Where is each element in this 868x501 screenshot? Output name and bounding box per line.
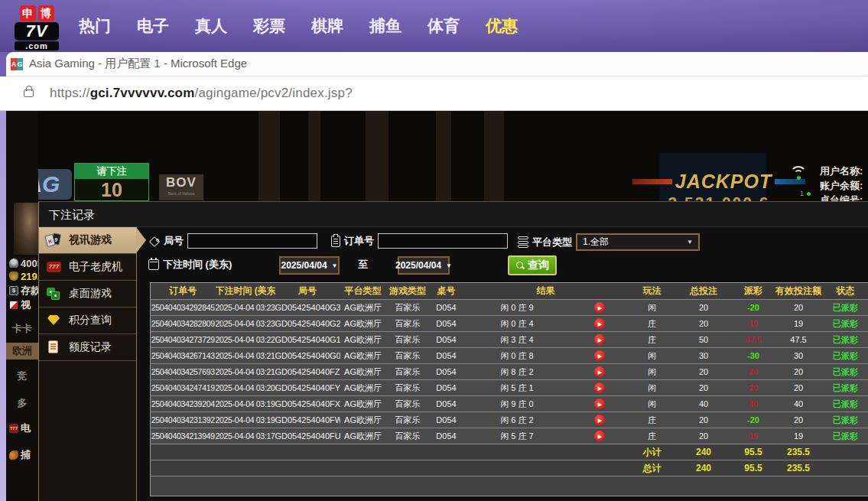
nav-item[interactable]: 彩票 — [253, 15, 285, 37]
table-row: 2504040342313922025-04-04 03:19:13GD0542… — [151, 412, 868, 428]
sidebar-item[interactable]: 777电子老虎机 — [39, 254, 136, 281]
chevron-down-icon: ▼ — [446, 262, 452, 269]
jackpot-bar-left — [632, 179, 672, 184]
sidebar-item-label: 视讯游戏 — [69, 233, 112, 247]
round-input[interactable] — [187, 233, 317, 249]
replay-button[interactable]: ▶ — [594, 334, 605, 345]
grand-total-row: 总计24095.5235.5 — [151, 460, 868, 477]
date-to-picker[interactable]: 2025/04/04 ▼ — [398, 256, 450, 275]
table-row: 2504040342828092025-04-04 03:23:03GD0542… — [151, 316, 868, 332]
background-pillar — [258, 111, 280, 207]
lock-icon[interactable] — [24, 89, 34, 97]
browser-titlebar[interactable]: A G Asia Gaming - 用户配置 1 - Microsoft Edg… — [6, 52, 868, 76]
column-header: 订单号 — [151, 283, 216, 300]
dealer-avatar — [14, 203, 38, 255]
fish-icon — [9, 451, 18, 460]
column-header: 下注时间 (美东) — [216, 283, 275, 300]
to-label: 至 — [358, 258, 368, 272]
lobby-strip-item[interactable]: 777电 — [6, 421, 38, 435]
column-header: 游戏类型 — [386, 283, 430, 300]
lobby-strip-item[interactable]: 捕 — [6, 448, 38, 462]
platform-stack-icon — [518, 236, 528, 248]
background-pillar — [436, 111, 451, 207]
nav-item[interactable]: 真人 — [195, 15, 227, 37]
round-label: 局号 — [164, 234, 184, 248]
column-header: 玩法 — [629, 283, 676, 300]
records-table: 订单号下注时间 (美东)局号平台类型游戏类型桌号结果玩法总投注派彩有效投注额状态… — [150, 282, 868, 496]
sidebar-item[interactable]: 桌面游戏 — [39, 281, 136, 307]
play-icon: ▶ — [598, 353, 602, 359]
order-input[interactable] — [378, 233, 508, 249]
replay-button[interactable]: ▶ — [594, 382, 605, 393]
background-pillar — [308, 111, 320, 207]
replay-button[interactable]: ▶ — [594, 318, 605, 329]
window-edge — [0, 111, 6, 501]
date-from-picker[interactable]: 2025/04/04 ▼ — [279, 256, 340, 275]
replay-button[interactable]: ▶ — [594, 431, 605, 441]
column-header: 状态 — [822, 283, 868, 300]
replay-button[interactable]: ▶ — [594, 302, 605, 313]
minicards-icon — [9, 301, 18, 310]
logo-badge-left: 申 — [20, 5, 36, 21]
lobby-strip-item[interactable]: 竞 — [6, 369, 38, 383]
lobby-strip-item[interactable]: 视 — [6, 298, 38, 312]
play-icon: ▶ — [598, 337, 602, 343]
column-header: 总投注 — [676, 283, 732, 300]
lobby-strip-item[interactable]: $存款 — [6, 284, 38, 298]
user-info-label: 账户余额: — [820, 178, 863, 193]
play-icon: ▶ — [598, 418, 602, 423]
lobby-strip-item[interactable]: 219. — [6, 269, 38, 283]
search-icon — [515, 261, 525, 270]
chevron-down-icon: ▼ — [332, 262, 338, 269]
quota-doc-icon — [46, 340, 63, 354]
seat-mark: 1 — [800, 187, 811, 200]
url-text[interactable]: https://gci.7vvvvvv.com/agingame/pcv2/in… — [50, 86, 353, 101]
order-label: 订单号 — [344, 234, 374, 248]
subtotal-row: 小计24095.5235.5 — [151, 444, 868, 460]
bet-countdown: 请下注 10 — [74, 163, 149, 201]
order-clipboard-icon — [331, 236, 340, 247]
lobby-strip-item[interactable]: 4003 — [6, 256, 38, 270]
table-row: 2504040342671432025-04-04 03:21:54GD0542… — [151, 348, 868, 364]
nav-item[interactable]: 电子 — [137, 15, 169, 37]
sidebar-item[interactable]: 积分查询 — [39, 307, 136, 334]
nav-item[interactable]: 捕鱼 — [369, 15, 401, 37]
platform-select-value: 1.全部 — [583, 236, 609, 249]
lobby-strip-item[interactable]: 欧洲 — [6, 343, 38, 359]
sidebar-item[interactable]: K9视讯游戏 — [39, 227, 136, 254]
points-diamond-icon — [46, 314, 63, 327]
replay-button[interactable]: ▶ — [594, 415, 605, 425]
bet-countdown-label: 请下注 — [75, 164, 148, 179]
replay-button[interactable]: ▶ — [594, 399, 605, 409]
lobby-strip-item[interactable]: 多 — [6, 396, 38, 410]
slot-777-icon: 777 — [46, 260, 63, 274]
column-header: 平台类型 — [340, 283, 386, 300]
table-row: 2504040342576932025-04-04 03:21:14GD0542… — [151, 364, 868, 380]
replay-button[interactable]: ▶ — [594, 366, 605, 377]
column-header: 结果 — [463, 283, 629, 300]
site-logo[interactable]: 申 博 7V .com — [15, 5, 59, 50]
nav-item[interactable]: 体育 — [427, 15, 460, 37]
sidebar-item[interactable]: 额度记录 — [39, 334, 136, 361]
bet-countdown-value: 10 — [75, 179, 148, 201]
jackpot-label: JACKPOT — [672, 171, 775, 193]
browser-favicon-icon: A G — [11, 58, 23, 70]
video-cards-icon: K9 — [46, 233, 63, 247]
table-row: 2504040342139492025-04-04 03:17:48GD0542… — [151, 428, 868, 444]
table-row: 2504040342474192025-04-04 03:20:28GD0542… — [151, 380, 868, 396]
search-button[interactable]: 查询 — [508, 255, 557, 275]
table-row: 2504040342392042025-04-04 03:19:50GD0542… — [151, 396, 868, 412]
main-nav: 热门电子真人彩票棋牌捕鱼体育优惠 — [79, 0, 518, 52]
play-icon: ▶ — [598, 369, 602, 375]
nav-item[interactable]: 棋牌 — [311, 15, 343, 37]
lobby-strip-item[interactable]: 卡卡 — [6, 322, 38, 336]
nav-item[interactable]: 热门 — [79, 15, 111, 37]
play-icon: ▶ — [598, 434, 602, 439]
replay-button[interactable]: ▶ — [594, 350, 605, 361]
browser-urlbar[interactable]: https://gci.7vvvvvv.com/agingame/pcv2/in… — [0, 76, 868, 111]
column-header: 派彩 — [732, 283, 775, 300]
nav-item[interactable]: 优惠 — [486, 15, 518, 37]
app-root: 申 博 7V .com 热门电子真人彩票棋牌捕鱼体育优惠 A G Asia Ga… — [0, 0, 868, 501]
column-header: 桌号 — [430, 283, 463, 300]
platform-select[interactable]: 1.全部 ▼ — [576, 233, 700, 251]
